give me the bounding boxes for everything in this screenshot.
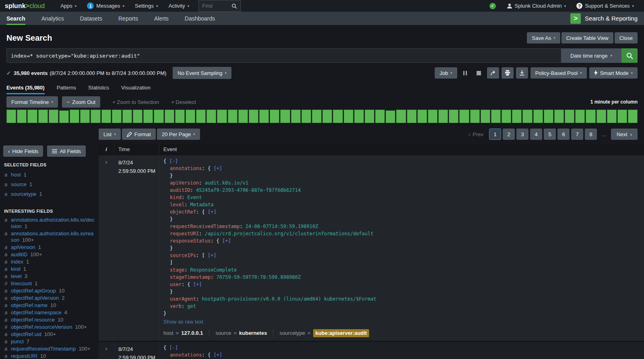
json-value[interactable]: /apis/crd.projectcalico.org/v1/clusterin… [205, 231, 374, 237]
expand-event-arrow[interactable]: › [99, 342, 114, 359]
timeline-bar[interactable] [196, 110, 206, 123]
json-key[interactable]: verb [170, 303, 182, 309]
field-name-link[interactable]: requestURI [11, 353, 37, 359]
timeline-bar[interactable] [481, 110, 490, 123]
menu-settings[interactable]: Settings▾ [130, 0, 163, 12]
timeline-bar[interactable] [101, 110, 111, 123]
json-key[interactable]: sourceIPs [170, 253, 196, 258]
json-value[interactable]: 70759-59-59T70:78:599.898980Z [217, 274, 301, 280]
timeline-bar[interactable] [238, 110, 248, 123]
field-name-link[interactable]: apiVersion [11, 244, 35, 250]
timeline-bar[interactable] [544, 110, 553, 123]
json-key[interactable]: requestReceivedTimestamp [170, 224, 239, 229]
page-button-6[interactable]: 6 [557, 129, 570, 140]
timeline-bar[interactable] [396, 110, 406, 123]
page-button-7[interactable]: 7 [571, 129, 583, 140]
event-time-cell[interactable]: 8/7/242:59:59.000 PM [114, 155, 159, 341]
json-toggle[interactable]: [+] [193, 282, 202, 287]
appnav-item-dashboards[interactable]: Dashboards [185, 12, 215, 25]
workload-pool-button[interactable]: Policy-Based Pool▾ [530, 67, 587, 79]
field-name-link[interactable]: annotations.authorization.k8s.io/decisio… [11, 217, 94, 229]
timeline-bar[interactable] [186, 110, 195, 123]
page-button-5[interactable]: 5 [544, 129, 556, 140]
timeline-bar[interactable] [365, 110, 374, 123]
close-button[interactable]: Close [615, 32, 638, 44]
field-name-link[interactable]: objectRef.resource [11, 317, 55, 323]
timeline-bar[interactable] [533, 110, 543, 123]
zoom-out-button[interactable]: −Zoom Out [62, 96, 100, 108]
timeline-bar[interactable] [575, 110, 585, 123]
tab-events[interactable]: Events (35,980) [6, 81, 45, 94]
page-button-8[interactable]: 8 [585, 129, 597, 140]
list-view-button[interactable]: List▾ [99, 129, 121, 140]
field-name-link[interactable]: host [11, 172, 21, 178]
event-sampling-button[interactable]: No Event Sampling▾ [173, 67, 231, 79]
zoom-to-selection-button[interactable]: + Zoom to Selection [112, 99, 159, 105]
appnav-item-alerts[interactable]: Alerts [154, 12, 169, 25]
timeline-bar[interactable] [6, 110, 16, 123]
create-table-view-button[interactable]: Create Table View [561, 32, 613, 44]
search-mode-button[interactable]: Smart Mode▾ [589, 67, 638, 79]
json-key[interactable]: stageTimestamp [170, 274, 211, 280]
field-name-link[interactable]: objectRef.uid [11, 331, 41, 337]
field-name-link[interactable]: objectRef.name [11, 302, 47, 308]
find-input[interactable] [202, 3, 231, 9]
timeline-bar[interactable] [175, 110, 185, 123]
field-name-link[interactable]: objectRef.apiGroup [11, 288, 56, 294]
timeline-bar[interactable] [38, 110, 48, 123]
tab-visualization[interactable]: Visualization [121, 81, 151, 94]
timeline-bar[interactable] [27, 110, 37, 123]
prev-page-button[interactable]: ‹Prev [469, 131, 487, 137]
timeline-bar[interactable] [165, 110, 174, 123]
appnav-item-reports[interactable]: Reports [118, 12, 138, 25]
print-button[interactable] [502, 67, 514, 79]
health-status-icon[interactable]: ✓ [489, 3, 496, 9]
timeline-bar[interactable] [565, 110, 574, 123]
json-key[interactable]: responseStatus [170, 238, 211, 244]
save-as-button[interactable]: Save As▾ [527, 32, 560, 44]
timeline-bar[interactable] [49, 110, 58, 123]
per-page-button[interactable]: 20 Per Page▾ [157, 129, 200, 140]
timeline-bar[interactable] [522, 110, 532, 123]
page-button-4[interactable]: 4 [530, 129, 542, 140]
timeline-bar[interactable] [206, 110, 216, 123]
timeline-bar[interactable] [586, 110, 595, 123]
timeline-bar[interactable] [143, 110, 153, 123]
json-key[interactable]: userAgent [170, 296, 196, 302]
json-value[interactable]: ResponseComplete [190, 267, 237, 273]
timeline-bar[interactable] [597, 110, 606, 123]
search-query-input[interactable] [6, 48, 561, 63]
json-toggle[interactable]: [+] [213, 166, 222, 171]
field-name-link[interactable]: objectRef.resourceVersion [11, 324, 72, 330]
field-name-link[interactable]: requestReceivedTimestamp [11, 346, 76, 352]
timeline-bar[interactable] [449, 110, 458, 123]
all-fields-button[interactable]: All Fields [47, 145, 86, 157]
timeline-bar[interactable] [386, 110, 395, 123]
json-value[interactable]: hostpath-provisioner/v0.0.0 (linux/amd64… [202, 296, 376, 302]
json-key[interactable]: objectRef [170, 209, 196, 215]
event-timeline-histogram[interactable] [6, 110, 638, 123]
field-name-link[interactable]: kind [11, 266, 21, 272]
field-name-link[interactable]: auditID [11, 251, 27, 257]
json-key[interactable]: kind [170, 195, 182, 200]
timeline-bar[interactable] [628, 110, 638, 123]
timeline-bar[interactable] [91, 110, 100, 123]
timeline-bar[interactable] [607, 110, 617, 123]
timeline-bar[interactable] [259, 110, 269, 123]
appnav-item-analytics[interactable]: Analytics [41, 12, 64, 25]
json-toggle[interactable]: [-] [169, 345, 178, 351]
field-name-link[interactable]: punct [11, 338, 24, 344]
event-field-value[interactable]: 127.0.0.1 [181, 330, 203, 337]
timeline-bar[interactable] [354, 110, 364, 123]
json-toggle[interactable]: [+] [208, 253, 217, 258]
timeline-bar[interactable] [344, 110, 353, 123]
timeline-bar[interactable] [301, 110, 311, 123]
splunk-cloud-logo[interactable]: splunk>cloud [5, 2, 45, 10]
field-name-link[interactable]: objectRef.namespace [11, 309, 62, 315]
field-name-link[interactable]: sourcetype [11, 191, 37, 197]
timeline-bar[interactable] [17, 110, 27, 123]
event-time-cell[interactable]: 8/7/242:59:59.000 PM [114, 342, 159, 359]
timeline-bar[interactable] [122, 110, 132, 123]
support-menu[interactable]: ? Support & Services▾ [571, 0, 639, 12]
timeline-bar[interactable] [133, 110, 142, 123]
